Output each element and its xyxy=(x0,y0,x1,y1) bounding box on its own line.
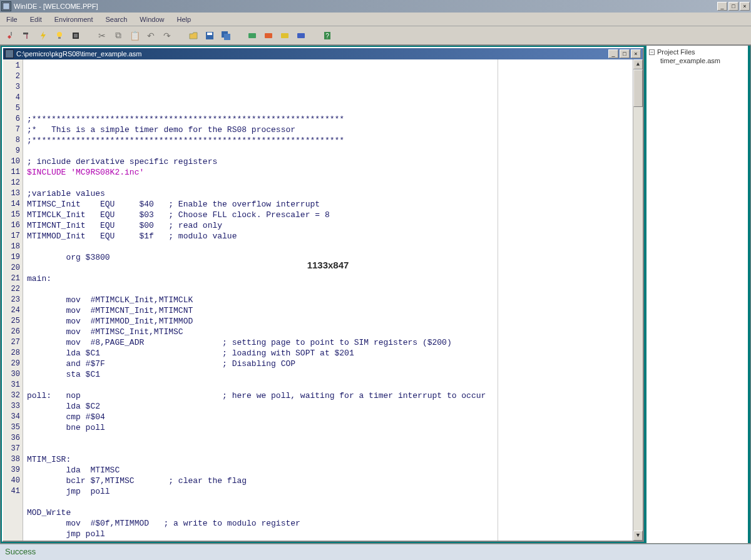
app-titlebar: WinIDE - [WELCOME.PPF] _ □ × xyxy=(0,0,751,13)
scroll-track[interactable] xyxy=(633,69,643,531)
code-line[interactable]: MTIMCLK_Init EQU $03 ; Choose FLL clock.… xyxy=(27,210,629,220)
code-line[interactable]: ;***************************************… xyxy=(27,114,629,125)
code-line[interactable]: mov #MTIMCLK_Init,MTIMCLK xyxy=(27,295,629,305)
save-all-icon[interactable] xyxy=(219,29,233,43)
menu-window[interactable]: Window xyxy=(137,14,166,24)
chip-icon[interactable] xyxy=(69,29,83,43)
scroll-down-button[interactable]: ▼ xyxy=(633,531,643,541)
app-close-button[interactable]: × xyxy=(740,2,750,11)
svg-rect-10 xyxy=(207,33,212,35)
code-line[interactable] xyxy=(27,380,629,390)
svg-rect-14 xyxy=(265,33,272,38)
collapse-icon[interactable]: − xyxy=(649,49,655,55)
code-line[interactable]: MTIMMOD_Init EQU $1f ; modulo value xyxy=(27,231,629,242)
code-line[interactable]: ; include derivative specific registers xyxy=(27,156,629,167)
svg-rect-13 xyxy=(248,33,256,38)
scroll-thumb[interactable] xyxy=(633,69,643,107)
svg-rect-16 xyxy=(297,33,305,38)
code-line[interactable]: jmp poll xyxy=(27,486,629,497)
line-gutter: 1 2 3 4 5 6 7 8 9 10 11 12 13 14 15 16 1… xyxy=(3,59,23,541)
code-line[interactable]: MTIM_ISR: xyxy=(27,454,629,465)
editor[interactable]: 1 2 3 4 5 6 7 8 9 10 11 12 13 14 15 16 1… xyxy=(3,59,643,541)
code-line[interactable]: poll: nop ; here we poll, waiting for a … xyxy=(27,390,629,401)
mod2-icon[interactable] xyxy=(262,29,275,43)
code-line[interactable] xyxy=(27,444,629,454)
code-line[interactable]: mov #MTIMMOD_Init,MTIMMOD xyxy=(27,316,629,327)
code-line[interactable]: lda $C2 xyxy=(27,401,629,412)
open-icon[interactable] xyxy=(186,29,200,43)
code-line[interactable] xyxy=(27,103,629,114)
wrench-icon[interactable] xyxy=(4,29,18,43)
code-line[interactable]: bclr $7,MTIMSC ; clear the flag xyxy=(27,476,629,486)
code-line[interactable]: ;variable values xyxy=(27,188,629,199)
code-line[interactable]: and #$7F ; Disabling COP xyxy=(27,359,629,369)
code-line[interactable]: lda MTIMSC xyxy=(27,465,629,476)
code-line[interactable]: MOD_Write xyxy=(27,507,629,518)
code-line[interactable]: mov #MTIMCNT_Init,MTIMCNT xyxy=(27,305,629,316)
mdi-workspace: C:\pemicro\pkgRS08\timer_example.asm _ □… xyxy=(0,45,751,544)
copy-icon[interactable]: ⧉ xyxy=(111,29,125,43)
code-line[interactable]: ;* This is a simple timer demo for the R… xyxy=(27,125,629,135)
editor-maximize-button[interactable]: □ xyxy=(620,49,630,58)
svg-marker-4 xyxy=(41,31,46,40)
bulb-icon[interactable] xyxy=(53,29,66,43)
project-root-label: Project Files xyxy=(657,48,695,56)
help-icon[interactable]: ? xyxy=(320,29,334,43)
code-line[interactable] xyxy=(27,146,629,156)
project-file-label: timer_example.asm xyxy=(660,57,720,64)
code-line[interactable]: $INCLUDE 'MC9RS08K2.inc' xyxy=(27,167,629,178)
editor-title: C:\pemicro\pkgRS08\timer_example.asm xyxy=(16,50,608,58)
cut-icon[interactable]: ✂ xyxy=(95,29,109,43)
code-line[interactable]: mov #8,PAGE_ADR ; setting page to point … xyxy=(27,337,629,348)
editor-close-button[interactable]: × xyxy=(631,49,641,58)
status-text: Success xyxy=(5,547,36,556)
save-icon[interactable] xyxy=(203,29,217,43)
code-line[interactable]: mov #MTIMSC_Init,MTIMSC xyxy=(27,327,629,337)
lightning-icon[interactable] xyxy=(36,29,50,43)
code-line[interactable]: jmp poll xyxy=(27,529,629,539)
code-area[interactable]: 1133x847 ;******************************… xyxy=(23,59,633,541)
code-line[interactable]: cmp #$04 xyxy=(27,412,629,422)
code-line[interactable]: ;***************************************… xyxy=(27,135,629,146)
editor-window: C:\pemicro\pkgRS08\timer_example.asm _ □… xyxy=(2,47,644,542)
print-margin xyxy=(498,59,498,541)
editor-titlebar: C:\pemicro\pkgRS08\timer_example.asm _ □… xyxy=(3,48,643,59)
code-line[interactable]: bne poll xyxy=(27,422,629,433)
status-bar: Success xyxy=(0,544,751,560)
vertical-scrollbar[interactable]: ▲ ▼ xyxy=(633,59,643,541)
menu-search[interactable]: Search xyxy=(103,14,130,24)
code-line[interactable] xyxy=(27,497,629,507)
svg-rect-3 xyxy=(26,34,28,39)
menu-help[interactable]: Help xyxy=(174,14,193,24)
svg-rect-8 xyxy=(74,34,78,38)
code-line[interactable]: main: xyxy=(27,273,629,284)
menu-environment[interactable]: Environment xyxy=(52,14,96,24)
project-root[interactable]: − Project Files xyxy=(649,48,745,56)
editor-minimize-button[interactable]: _ xyxy=(608,49,618,58)
code-line[interactable]: MTIMSC_Init EQU $40 ; Enable the overflo… xyxy=(27,199,629,210)
undo-icon[interactable]: ↶ xyxy=(144,29,158,43)
code-line[interactable]: mov #$0f,MTIMMOD ; a write to modulo reg… xyxy=(27,518,629,529)
app-maximize-button[interactable]: □ xyxy=(728,2,738,11)
scroll-up-button[interactable]: ▲ xyxy=(633,59,643,69)
menu-edit[interactable]: Edit xyxy=(28,14,44,24)
code-line[interactable]: sta $C1 xyxy=(27,369,629,380)
paste-icon[interactable]: 📋 xyxy=(128,29,141,43)
mod4-icon[interactable] xyxy=(294,29,308,43)
dimension-watermark: 1133x847 xyxy=(307,260,349,270)
app-minimize-button[interactable]: _ xyxy=(717,2,727,11)
mod1-icon[interactable] xyxy=(245,29,259,43)
code-line[interactable] xyxy=(27,242,629,252)
code-line[interactable]: lda $C1 ; loading with SOPT at $201 xyxy=(27,348,629,359)
code-line[interactable] xyxy=(27,284,629,295)
toolbar: ✂ ⧉ 📋 ↶ ↷ ? xyxy=(0,26,751,45)
redo-icon[interactable]: ↷ xyxy=(160,29,174,43)
menubar: File Edit Environment Search Window Help xyxy=(0,13,751,26)
menu-file[interactable]: File xyxy=(4,14,20,24)
code-line[interactable] xyxy=(27,433,629,444)
hammer-icon[interactable] xyxy=(20,29,34,43)
mod3-icon[interactable] xyxy=(278,29,292,43)
code-line[interactable]: MTIMCNT_Init EQU $00 ; read only xyxy=(27,220,629,231)
code-line[interactable] xyxy=(27,178,629,188)
project-file-item[interactable]: timer_example.asm xyxy=(660,57,745,64)
